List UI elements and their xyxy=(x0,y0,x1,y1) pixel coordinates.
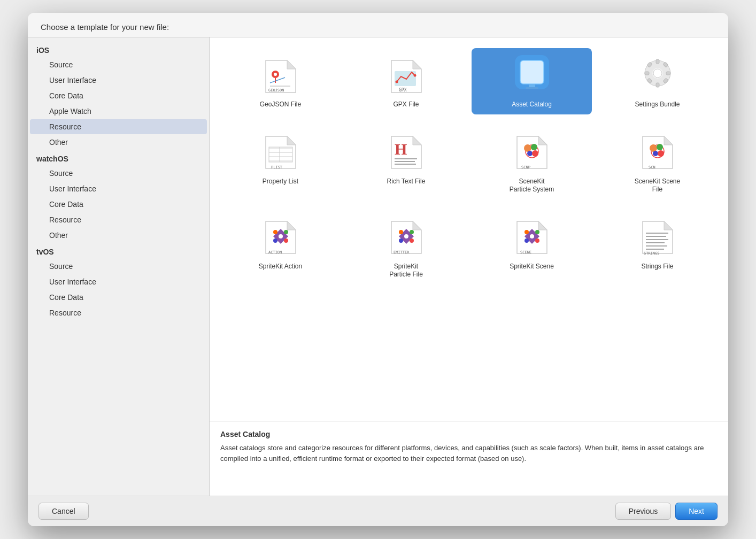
svg-point-83 xyxy=(535,230,539,234)
template-item-scenekit-scene[interactable]: SCN SceneKit SceneFile xyxy=(597,125,718,199)
template-item-spritekit-particle[interactable]: EMITTER SpriteKitParticle File xyxy=(346,210,466,284)
sidebar-item-tvos-coredata[interactable]: Core Data xyxy=(30,290,207,305)
svg-text:ACTION: ACTION xyxy=(268,250,282,255)
dialog-footer: Cancel Previous Next xyxy=(28,496,728,526)
svg-point-74 xyxy=(410,230,414,234)
gpx-label: GPX File xyxy=(393,101,419,109)
svg-point-75 xyxy=(399,238,403,243)
svg-point-56 xyxy=(657,144,663,150)
svg-text:GEOJSON: GEOJSON xyxy=(268,88,284,93)
template-item-scenekit-particle[interactable]: SCNP SceneKitParticle System xyxy=(472,125,592,199)
sidebar-item-watchos-resource[interactable]: Resource xyxy=(30,212,207,227)
sidebar-item-tvos-userinterface[interactable]: User Interface xyxy=(30,274,207,289)
svg-text:STRINGS: STRINGS xyxy=(644,251,660,256)
rich-text-icon: H xyxy=(388,130,425,173)
sidebar-item-watchos-other[interactable]: Other xyxy=(30,228,207,243)
svg-rect-16 xyxy=(529,84,535,87)
strings-file-icon: STRINGS xyxy=(639,215,676,258)
template-item-gpx[interactable]: GPX GPX File xyxy=(346,48,466,114)
main-content: GEOJSON GeoJSON File xyxy=(210,37,728,496)
svg-point-55 xyxy=(650,144,657,152)
svg-point-73 xyxy=(399,230,403,234)
settings-bundle-icon xyxy=(639,53,676,96)
svg-point-57 xyxy=(653,151,658,156)
svg-point-67 xyxy=(284,238,288,243)
sidebar-item-ios-applewatch[interactable]: Apple Watch xyxy=(30,104,207,119)
svg-point-49 xyxy=(527,151,533,156)
template-item-property-list[interactable]: PLIST Property List xyxy=(220,125,341,199)
svg-point-81 xyxy=(530,234,534,238)
dialog-body: iOS Source User Interface Core Data Appl… xyxy=(28,37,728,496)
sidebar-item-ios-other[interactable]: Other xyxy=(30,135,207,150)
svg-marker-39 xyxy=(413,136,421,145)
spritekit-scene-label: SpriteKit Scene xyxy=(510,263,554,271)
property-list-label: Property List xyxy=(263,178,298,186)
template-item-asset-catalog[interactable]: Asset Catalog xyxy=(472,48,592,114)
svg-point-48 xyxy=(531,144,537,150)
svg-point-63 xyxy=(279,234,283,238)
sidebar-item-ios-source[interactable]: Source xyxy=(30,57,207,72)
template-item-spritekit-scene[interactable]: SCENE SpriteKit Scene xyxy=(472,210,592,284)
scenekit-scene-icon: SCN xyxy=(639,130,676,173)
template-item-spritekit-action[interactable]: ACTION SpriteKit Action xyxy=(220,210,341,284)
svg-point-65 xyxy=(284,230,288,234)
asset-catalog-icon xyxy=(513,53,551,96)
svg-text:PLIST: PLIST xyxy=(271,165,283,170)
previous-button[interactable]: Previous xyxy=(615,503,671,520)
template-item-geojson[interactable]: GEOJSON GeoJSON File xyxy=(220,48,341,114)
svg-text:GPX: GPX xyxy=(399,88,407,93)
template-item-strings-file[interactable]: STRINGS Strings File xyxy=(597,210,718,284)
spritekit-particle-label: SpriteKitParticle File xyxy=(389,263,423,279)
spritekit-scene-icon: SCENE xyxy=(513,215,551,258)
cancel-button[interactable]: Cancel xyxy=(38,503,89,520)
svg-rect-15 xyxy=(520,60,544,84)
svg-point-11 xyxy=(395,81,398,83)
sidebar-item-ios-resource[interactable]: Resource xyxy=(30,119,207,134)
spritekit-action-label: SpriteKit Action xyxy=(259,263,302,271)
svg-rect-17 xyxy=(526,87,538,89)
svg-marker-53 xyxy=(664,136,673,145)
sidebar-item-ios-userinterface[interactable]: User Interface xyxy=(30,73,207,88)
svg-text:SCN: SCN xyxy=(649,165,655,170)
svg-rect-21 xyxy=(656,83,659,87)
spritekit-particle-icon: EMITTER xyxy=(388,215,425,258)
svg-text:EMITTER: EMITTER xyxy=(394,250,410,255)
dialog: Choose a template for your new file: iOS… xyxy=(28,13,728,526)
svg-text:SCNP: SCNP xyxy=(521,165,530,170)
description-panel: Asset Catalog Asset catalogs store and c… xyxy=(210,421,728,496)
spritekit-action-icon: ACTION xyxy=(262,215,299,258)
description-text: Asset catalogs store and categorize reso… xyxy=(220,443,718,464)
next-button[interactable]: Next xyxy=(675,503,718,520)
sidebar-section-ios: iOS xyxy=(28,42,209,57)
svg-rect-20 xyxy=(656,59,659,64)
settings-bundle-label: Settings Bundle xyxy=(635,101,680,109)
sidebar-item-watchos-userinterface[interactable]: User Interface xyxy=(30,181,207,196)
sidebar-item-tvos-resource[interactable]: Resource xyxy=(30,305,207,320)
sidebar: iOS Source User Interface Core Data Appl… xyxy=(28,37,210,496)
svg-marker-45 xyxy=(538,136,547,145)
sidebar-item-ios-coredata[interactable]: Core Data xyxy=(30,88,207,103)
template-item-settings-bundle[interactable]: Settings Bundle xyxy=(597,48,718,114)
svg-marker-9 xyxy=(413,60,421,69)
asset-catalog-label: Asset Catalog xyxy=(512,101,552,109)
svg-point-66 xyxy=(273,238,277,243)
scenekit-particle-label: SceneKitParticle System xyxy=(510,178,554,194)
template-item-rich-text[interactable]: H Rich Text File xyxy=(346,125,466,199)
svg-rect-23 xyxy=(666,72,670,75)
navigation-buttons: Previous Next xyxy=(615,503,718,520)
svg-marker-70 xyxy=(413,221,421,230)
svg-point-12 xyxy=(413,74,416,77)
dialog-title: Choose a template for your new file: xyxy=(28,13,728,37)
svg-point-3 xyxy=(274,73,277,76)
svg-point-76 xyxy=(410,238,414,243)
svg-point-72 xyxy=(404,234,408,238)
svg-rect-22 xyxy=(645,72,649,75)
svg-point-85 xyxy=(535,238,539,243)
scenekit-scene-label: SceneKit SceneFile xyxy=(635,178,680,194)
sidebar-item-watchos-source[interactable]: Source xyxy=(30,166,207,181)
svg-marker-88 xyxy=(664,221,673,230)
svg-point-50 xyxy=(532,150,538,157)
sidebar-item-watchos-coredata[interactable]: Core Data xyxy=(30,197,207,212)
sidebar-item-tvos-source[interactable]: Source xyxy=(30,259,207,274)
svg-marker-30 xyxy=(287,136,296,145)
